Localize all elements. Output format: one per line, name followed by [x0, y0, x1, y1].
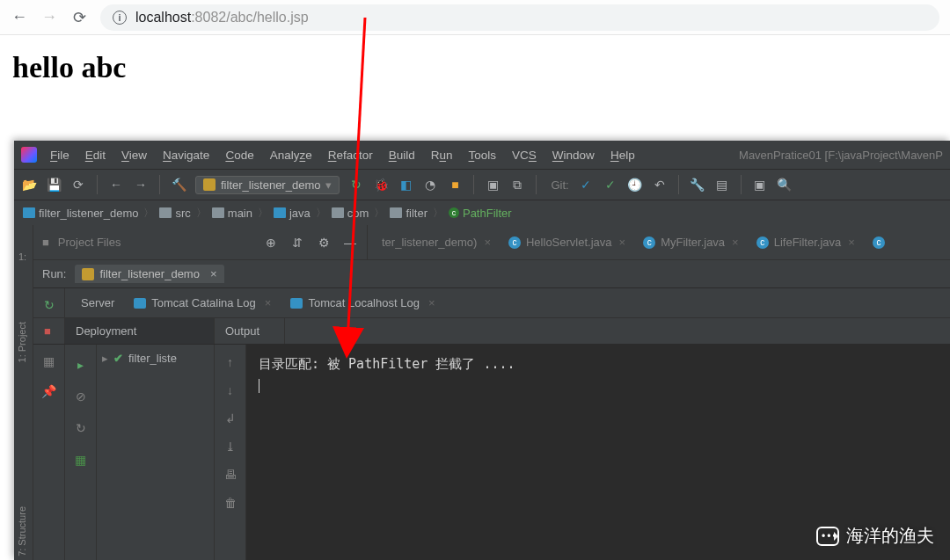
info-icon[interactable]: i [113, 11, 127, 25]
run-config-selector[interactable]: filter_listener_demo ▾ [195, 176, 340, 194]
vcs-revert-icon[interactable]: ↶ [652, 177, 668, 193]
menu-file[interactable]: File [44, 147, 76, 164]
menu-window[interactable]: Window [546, 147, 601, 164]
scroll-end-icon[interactable]: ⤓ [222, 438, 239, 455]
ide-titlebar: File Edit View Navigate Code Analyze Ref… [14, 141, 950, 169]
deploy-icon[interactable]: ▸ [71, 353, 91, 376]
menu-build[interactable]: Build [383, 147, 421, 164]
rerun-icon[interactable]: ↻ [40, 294, 59, 316]
menu-analyze[interactable]: Analyze [264, 147, 318, 164]
deploy-all-icon[interactable]: ▦ [71, 448, 91, 471]
class-icon: c [449, 207, 459, 218]
watermark: ••• 海洋的渔夫 [816, 524, 934, 548]
log-tab-catalina[interactable]: Tomcat Catalina Log× [125, 291, 280, 315]
log-tab-localhost[interactable]: Tomcat Localhost Log× [281, 291, 443, 315]
vcs-history-icon[interactable]: 🕘 [627, 177, 643, 193]
menu-tools[interactable]: Tools [463, 147, 503, 164]
layout-icon[interactable]: ▦ [40, 350, 59, 373]
stop-icon[interactable]: ■ [447, 177, 463, 193]
run-left-toolbar: ▦ 📌 [33, 345, 65, 560]
deployment-header: Deployment [65, 318, 215, 344]
deployment-item[interactable]: ▸ ✔ filter_liste [102, 352, 208, 365]
clear-icon[interactable]: 🗑 [222, 494, 239, 512]
menu-run[interactable]: Run [425, 147, 459, 164]
bc-src[interactable]: src [159, 207, 190, 220]
menu-help[interactable]: Help [604, 147, 641, 164]
structure-tool-tab[interactable]: 7: Structure [17, 506, 27, 556]
close-icon[interactable]: × [265, 296, 272, 309]
close-icon[interactable]: × [732, 236, 739, 249]
run-side-toolbar: ↻ [33, 288, 65, 317]
url-host: localhost [135, 10, 191, 25]
up-icon[interactable]: ↑ [222, 353, 239, 371]
log-tab-server[interactable]: Server [72, 291, 123, 315]
reload-button[interactable]: ⟳ [70, 9, 88, 26]
nav-back-icon[interactable]: ← [108, 177, 124, 193]
editor-tab[interactable]: cMyFilter.java× [636, 232, 746, 252]
close-icon[interactable]: × [210, 267, 217, 280]
url-path: /abc/hello.jsp [226, 10, 308, 25]
back-button[interactable]: ← [11, 9, 28, 26]
class-icon: c [508, 236, 521, 249]
url-text: localhost:8082/abc/hello.jsp [135, 10, 309, 25]
open-icon[interactable]: 📂 [21, 177, 37, 193]
address-bar[interactable]: i localhost:8082/abc/hello.jsp [100, 4, 939, 31]
pin-icon[interactable]: 📌 [40, 380, 59, 403]
editor-tabs: ter_listener_demo)× cHelloServlet.java× … [368, 232, 950, 252]
sync-icon[interactable]: ⟳ [70, 177, 86, 193]
build-icon[interactable]: 🔨 [171, 177, 186, 193]
structure-icon[interactable]: ▤ [714, 177, 730, 193]
redeploy-icon[interactable]: ↻ [71, 417, 91, 440]
forward-button[interactable]: → [40, 9, 58, 26]
terminal-icon[interactable]: ▣ [752, 177, 768, 193]
close-icon[interactable]: × [848, 236, 855, 249]
close-icon[interactable]: × [484, 236, 491, 249]
menu-edit[interactable]: Edit [79, 147, 112, 164]
wechat-icon: ••• [816, 527, 839, 546]
bc-java[interactable]: java [274, 207, 311, 220]
menu-view[interactable]: View [115, 147, 153, 164]
bc-filter[interactable]: filter [390, 207, 428, 220]
menu-vcs[interactable]: VCS [506, 147, 543, 164]
bc-main[interactable]: main [212, 207, 252, 220]
menu-code[interactable]: Code [219, 147, 259, 164]
hide-icon[interactable]: — [342, 235, 358, 251]
settings-icon[interactable]: 🔧 [690, 177, 705, 193]
menu-navigate[interactable]: Navigate [157, 147, 216, 164]
undeploy-icon[interactable]: ⊘ [71, 385, 91, 408]
close-icon[interactable]: × [428, 296, 435, 309]
log-icon [290, 298, 303, 309]
close-icon[interactable]: × [619, 236, 626, 249]
search-icon[interactable]: 🔍 [777, 177, 793, 193]
gear-icon[interactable]: ⚙ [316, 235, 332, 251]
bc-class[interactable]: cPathFilter [449, 207, 512, 220]
debug-icon[interactable]: 🐞 [373, 177, 389, 193]
editor-tab[interactable]: ter_listener_demo)× [375, 232, 498, 252]
intellij-logo-icon [21, 147, 37, 163]
run-config-tab[interactable]: filter_listener_demo × [75, 265, 223, 283]
bc-project[interactable]: filter_listener_demo [23, 207, 138, 220]
bc-com[interactable]: com [332, 207, 369, 220]
vcs-commit-icon[interactable]: ✓ [603, 177, 618, 193]
print-icon[interactable]: 🖶 [222, 466, 239, 484]
nav-forward-icon[interactable]: → [133, 177, 149, 193]
run-icon[interactable]: ↻ [348, 177, 364, 193]
profile-icon[interactable]: ◔ [422, 177, 438, 193]
down-icon[interactable]: ↓ [222, 382, 239, 399]
vcs-update-icon[interactable]: ✓ [578, 177, 594, 193]
save-all-icon[interactable]: 💾 [46, 177, 62, 193]
run-panel-header: Run: filter_listener_demo × [33, 260, 950, 288]
project-tool-tab[interactable]: 1: Project [17, 322, 27, 362]
collapse-icon[interactable]: ⇵ [289, 235, 305, 251]
editor-tab[interactable]: cLifeFilter.java× [749, 232, 862, 252]
scroll-from-source-icon[interactable]: ⊕ [263, 235, 279, 251]
attach-icon[interactable]: ⧉ [509, 177, 525, 193]
menu-refactor[interactable]: Refactor [322, 147, 379, 164]
output-header: Output [215, 318, 285, 344]
stop-icon[interactable]: ■ [44, 324, 51, 338]
soft-wrap-icon[interactable]: ↲ [222, 410, 239, 427]
layout-icon[interactable]: ▣ [485, 177, 501, 193]
editor-tab[interactable]: cHelloServlet.java× [501, 232, 632, 252]
coverage-icon[interactable]: ◧ [398, 177, 413, 193]
editor-tab[interactable]: c [866, 233, 892, 252]
